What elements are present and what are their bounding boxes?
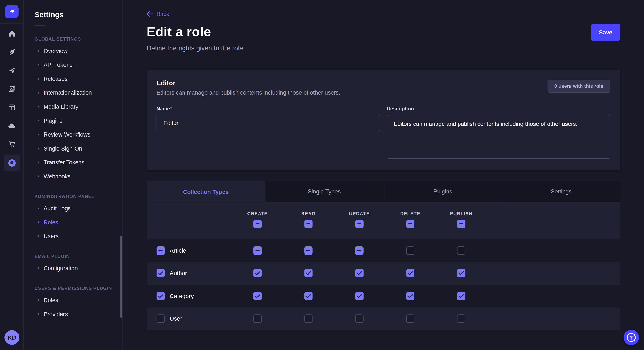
user-delete-cell [385, 315, 436, 323]
checkbox-checked[interactable] [355, 269, 364, 278]
checkbox-indeterminate[interactable] [355, 220, 364, 228]
bullet-icon [38, 299, 40, 301]
settings-nav-item-releases[interactable]: Releases [24, 72, 122, 86]
permission-row-category: Category [146, 285, 620, 307]
settings-nav-item-overview[interactable]: Overview [24, 44, 122, 58]
bullet-icon [38, 92, 40, 94]
description-field-group: Description Editors can manage and publi… [387, 106, 610, 160]
tab-settings[interactable]: Settings [502, 181, 620, 202]
role-card-description: Editors can manage and publish contents … [156, 89, 340, 96]
settings-nav-item-configuration[interactable]: Configuration [24, 261, 122, 275]
tab-collection-types[interactable]: Collection Types [146, 181, 265, 202]
media-library-icon[interactable] [0, 80, 24, 98]
settings-nav-item-media-library[interactable]: Media Library [24, 100, 122, 114]
checkbox-unchecked[interactable] [156, 315, 165, 323]
article-read-cell [283, 246, 334, 255]
checkbox-indeterminate[interactable] [457, 220, 465, 228]
permission-row-article: Article [146, 239, 620, 262]
settings-nav-item-single-sign-on[interactable]: Single Sign-On [24, 141, 122, 156]
bullet-icon [38, 64, 40, 66]
tab-plugins[interactable]: Plugins [383, 181, 502, 202]
feather-icon[interactable] [0, 43, 24, 61]
paper-plane-icon[interactable] [0, 61, 24, 80]
permissions-panel: CREATEREADUPDATEDELETEPUBLISH ArticleAut… [146, 203, 620, 330]
checkbox-checked[interactable] [254, 292, 262, 300]
checkbox-unchecked[interactable] [304, 315, 313, 323]
save-button[interactable]: Save [591, 24, 620, 41]
nav-section-label: GLOBAL SETTINGS [24, 37, 122, 41]
article-publish-cell [436, 246, 486, 255]
settings-nav-item-webhooks[interactable]: Webhooks [24, 169, 122, 183]
checkbox-indeterminate[interactable] [406, 220, 414, 228]
header-checkbox-cell-update [334, 220, 385, 228]
rail-nav [0, 24, 24, 172]
checkbox-checked[interactable] [406, 292, 414, 300]
nav-section-label: EMAIL PLUGIN [24, 254, 122, 259]
category-update-cell [334, 292, 385, 300]
checkbox-indeterminate[interactable] [156, 246, 165, 255]
settings-nav-item-audit-logs[interactable]: Audit Logs [24, 201, 122, 215]
permissions-tabs: Collection TypesSingle TypesPluginsSetti… [146, 181, 620, 202]
checkbox-indeterminate[interactable] [304, 246, 313, 255]
checkbox-unchecked[interactable] [457, 246, 465, 255]
subnav-title: Settings [24, 0, 122, 19]
gear-active-pill [4, 154, 20, 171]
checkbox-checked[interactable] [355, 292, 364, 300]
checkbox-unchecked[interactable] [355, 315, 364, 323]
author-publish-cell [436, 269, 486, 278]
checkbox-checked[interactable] [406, 269, 414, 278]
layout-icon[interactable] [0, 98, 24, 117]
checkbox-indeterminate[interactable] [304, 220, 313, 228]
bullet-icon [38, 106, 40, 108]
nav-item-label: Providers [44, 311, 68, 318]
subnav-divider [34, 25, 45, 26]
nav-item-label: Releases [44, 75, 68, 82]
cart-icon[interactable] [0, 135, 24, 153]
settings-nav-item-plugins[interactable]: Plugins [24, 114, 122, 128]
header-checkbox-cell-delete [385, 220, 436, 228]
checkbox-indeterminate[interactable] [355, 246, 364, 255]
settings-nav-item-api-tokens[interactable]: API Tokens [24, 58, 122, 72]
checkbox-unchecked[interactable] [457, 315, 465, 323]
checkbox-checked[interactable] [304, 292, 313, 300]
checkbox-indeterminate[interactable] [254, 246, 262, 255]
gear-icon[interactable] [0, 153, 24, 172]
category-read-cell [283, 292, 334, 300]
checkbox-unchecked[interactable] [406, 246, 414, 255]
author-read-cell [283, 269, 334, 278]
checkbox-unchecked[interactable] [406, 315, 414, 323]
avatar[interactable]: KD [4, 330, 19, 345]
checkbox-checked[interactable] [156, 269, 165, 278]
settings-nav-item-internationalization[interactable]: Internationalization [24, 86, 122, 100]
header-checkbox-cell-publish [436, 220, 486, 228]
checkbox-indeterminate[interactable] [254, 220, 262, 228]
settings-nav-item-review-workflows[interactable]: Review Workflows [24, 128, 122, 142]
settings-nav-item-roles[interactable]: Roles [24, 215, 122, 229]
nav-item-label: Audit Logs [44, 205, 71, 212]
arrow-left-icon [146, 11, 153, 17]
tab-single-types[interactable]: Single Types [265, 181, 383, 202]
name-input[interactable] [156, 115, 380, 131]
checkbox-checked[interactable] [457, 292, 465, 300]
subnav-scrollbar-thumb[interactable] [120, 236, 122, 318]
main-content: Back Edit a role Save Define the rights … [123, 0, 644, 350]
nav-item-label: Single Sign-On [44, 145, 82, 152]
checkbox-unchecked[interactable] [254, 315, 262, 323]
description-textarea[interactable]: Editors can manage and publish contents … [387, 115, 610, 159]
role-card-title: Editor [156, 80, 340, 87]
settings-nav-item-transfer-tokens[interactable]: Transfer Tokens [24, 156, 122, 170]
nav-item-label: Plugins [44, 117, 62, 124]
cloud-icon[interactable] [0, 117, 24, 135]
settings-nav-item-providers[interactable]: Providers [24, 307, 122, 321]
home-icon[interactable] [0, 24, 24, 43]
checkbox-checked[interactable] [156, 292, 165, 300]
checkbox-checked[interactable] [304, 269, 313, 278]
back-link[interactable]: Back [146, 11, 169, 17]
settings-nav-item-users[interactable]: Users [24, 229, 122, 243]
help-button[interactable]: ? [624, 330, 639, 345]
settings-nav-item-roles[interactable]: Roles [24, 293, 122, 307]
strapi-logo[interactable] [5, 5, 18, 18]
checkbox-checked[interactable] [457, 269, 465, 278]
nav-section: GLOBAL SETTINGS Overview API Tokens Rele… [24, 37, 122, 183]
checkbox-checked[interactable] [254, 269, 262, 278]
